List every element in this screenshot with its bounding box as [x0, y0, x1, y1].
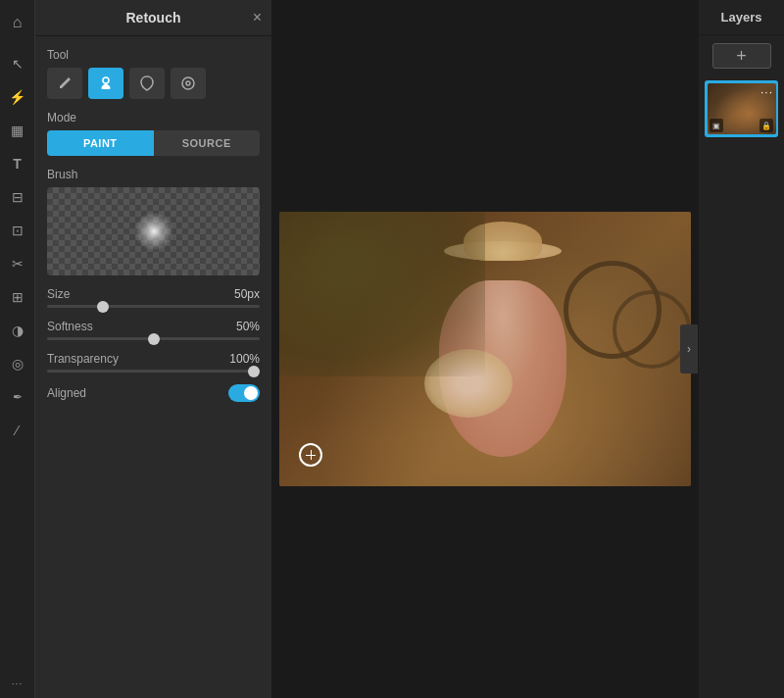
main-canvas-area: › — [272, 0, 698, 698]
lightning-tool-btn[interactable]: ⚡ — [3, 82, 32, 112]
crop-tool-btn[interactable]: ⊡ — [3, 216, 32, 245]
layer-image-icon: ▣ — [710, 119, 723, 132]
tool-section: Tool — [47, 48, 260, 99]
paint-mode-btn[interactable]: PAINT — [47, 130, 154, 156]
panel-title: Retouch — [126, 10, 181, 25]
pencil-tool-btn[interactable] — [47, 68, 82, 99]
panel-header: Retouch × — [35, 0, 271, 36]
heal-tool-btn[interactable] — [129, 68, 165, 99]
softness-label: Softness — [47, 320, 93, 333]
layer-lock-icon[interactable]: 🔒 — [760, 119, 773, 132]
layer-options-button[interactable]: ··· — [760, 85, 773, 99]
toggle-knob — [244, 386, 258, 400]
aligned-row: Aligned — [47, 384, 260, 402]
layers-tool-btn[interactable]: ▦ — [3, 116, 32, 145]
photo-canvas[interactable] — [279, 212, 691, 486]
sliders-tool-btn[interactable]: ⊞ — [3, 282, 32, 312]
layers-title: Layers — [699, 0, 784, 35]
contrast-tool-btn[interactable]: ◑ — [3, 316, 32, 345]
aligned-label: Aligned — [47, 386, 86, 400]
layer-item[interactable]: ··· ▣ 🔒 — [705, 80, 778, 137]
mode-buttons: PAINT SOURCE — [47, 130, 260, 156]
source-mode-btn[interactable]: SOURCE — [154, 130, 261, 156]
brush-tool-btn[interactable]: ∕ — [3, 416, 32, 445]
size-slider[interactable] — [47, 305, 260, 308]
text-tool-btn[interactable]: T — [3, 149, 32, 178]
brush-section: Brush — [47, 168, 260, 275]
expand-arrow[interactable]: › — [680, 324, 698, 374]
tool-buttons — [47, 68, 260, 99]
softness-slider[interactable] — [47, 337, 260, 340]
canvas-crosshair — [299, 443, 322, 467]
bike-wheel-front — [612, 290, 691, 369]
pattern-tool-btn[interactable]: ⊟ — [3, 182, 32, 212]
retouch-panel: Retouch × Tool — [35, 0, 272, 698]
layers-panel: Layers + ··· ▣ 🔒 — [698, 0, 784, 698]
patch-tool-btn[interactable] — [171, 68, 206, 99]
mode-section: Mode PAINT SOURCE — [47, 111, 260, 156]
brush-preview — [47, 187, 260, 275]
transparency-slider-header: Transparency 100% — [47, 352, 260, 366]
left-toolbar: ⌂ ↖ ⚡ ▦ T ⊟ ⊡ ✂ ⊞ ◑ ◎ ✒ ∕ ··· — [0, 0, 35, 698]
foliage — [279, 212, 485, 376]
add-layer-button[interactable]: + — [712, 43, 771, 69]
clone-stamp-tool-btn[interactable] — [88, 68, 123, 99]
transparency-label: Transparency — [47, 352, 119, 366]
size-label: Size — [47, 287, 70, 301]
cursor-tool-btn[interactable]: ↖ — [3, 49, 32, 78]
pen-tool-btn[interactable]: ✒ — [3, 382, 32, 412]
size-slider-row: Size 50px — [47, 287, 260, 308]
size-value: 50px — [234, 287, 260, 301]
svg-point-2 — [186, 81, 190, 85]
mode-label: Mode — [47, 111, 260, 125]
photo-background — [279, 212, 691, 486]
brush-label: Brush — [47, 168, 260, 181]
svg-point-0 — [103, 77, 109, 83]
layer-icons: ▣ — [710, 119, 723, 132]
spiral-tool-btn[interactable]: ◎ — [3, 349, 32, 378]
tool-label: Tool — [47, 48, 260, 62]
softness-slider-row: Softness 50% — [47, 320, 260, 340]
softness-value: 50% — [236, 320, 260, 333]
transparency-slider[interactable] — [47, 370, 260, 373]
close-button[interactable]: × — [253, 9, 262, 26]
transparency-slider-row: Transparency 100% — [47, 352, 260, 373]
canvas-wrapper — [279, 212, 691, 486]
home-icon[interactable]: ⌂ — [3, 8, 32, 37]
softness-slider-header: Softness 50% — [47, 320, 260, 333]
transparency-value: 100% — [229, 352, 260, 366]
brush-circle — [134, 212, 173, 251]
svg-point-1 — [182, 77, 194, 89]
panel-body: Tool — [35, 36, 271, 698]
more-tool-btn[interactable]: ··· — [3, 669, 32, 698]
size-slider-header: Size 50px — [47, 287, 260, 301]
aligned-toggle[interactable] — [228, 384, 260, 402]
scissors-tool-btn[interactable]: ✂ — [3, 249, 32, 278]
